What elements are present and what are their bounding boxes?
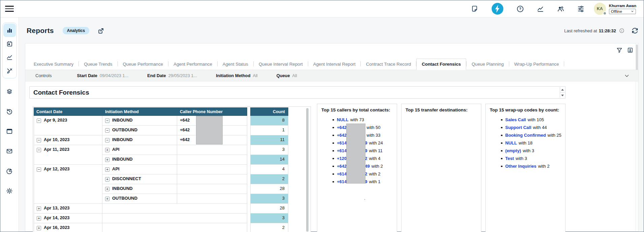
tab-wrap-up-performance[interactable]: Wrap-Up Performance xyxy=(509,59,564,70)
controls-bar: Controls Start Date09/04/2023 1... End D… xyxy=(25,70,638,81)
filter-queue[interactable]: QueueAll xyxy=(277,73,297,78)
avatar[interactable]: KA xyxy=(594,3,606,15)
filter-end-date[interactable]: End Date29/05/2023 1... xyxy=(147,73,197,78)
collapse-toggle[interactable]: − xyxy=(37,148,41,152)
column-header-caller-phone[interactable]: Caller Phone Number xyxy=(177,107,247,116)
caller-link[interactable]: +614 xyxy=(337,140,347,145)
expand-toggle[interactable]: + xyxy=(105,158,109,162)
sidebar-item-metrics[interactable] xyxy=(3,51,16,64)
sidebar-item-layers[interactable] xyxy=(0,81,19,101)
expand-toggle[interactable]: + xyxy=(37,216,41,221)
tab-executive-summary[interactable]: Executive Summary xyxy=(29,59,78,70)
sidebar-item-reports[interactable] xyxy=(3,24,16,37)
hamburger-menu-icon[interactable] xyxy=(5,4,14,13)
settings-sliders-icon[interactable] xyxy=(577,5,585,13)
tab-contract-trace-record[interactable]: Contract Trace Record xyxy=(361,59,416,70)
sidebar-item-customize[interactable] xyxy=(3,64,16,77)
contact-forensics-table: Contact Date Initiation Method Caller Ph… xyxy=(34,107,288,232)
analytics-badge[interactable]: Analytics xyxy=(63,27,89,34)
collapse-toggle[interactable]: − xyxy=(37,138,41,142)
expand-toggle[interactable]: + xyxy=(105,177,109,181)
brush-pencil-icon xyxy=(6,67,13,74)
refresh-icon[interactable] xyxy=(631,27,639,34)
pie-chart-icon xyxy=(6,167,13,175)
metrics-icon[interactable] xyxy=(537,5,545,13)
caller-link[interactable]: +614 xyxy=(337,148,347,153)
count-cell: 28 xyxy=(250,184,288,194)
wrapup-link[interactable]: Sales Call xyxy=(505,117,526,122)
wrapup-link[interactable]: NULL xyxy=(505,140,517,145)
card-tools xyxy=(616,47,634,54)
filter-start-date[interactable]: Start Date09/04/2023 1... xyxy=(77,73,128,78)
top-transfers-title: Top 15 transfer destinations: xyxy=(406,107,477,112)
table-scrollbar[interactable] xyxy=(306,108,309,232)
expand-toggle[interactable]: + xyxy=(105,167,109,172)
external-link-icon[interactable] xyxy=(97,27,104,34)
info-icon[interactable] xyxy=(619,28,624,33)
download-icon[interactable] xyxy=(627,47,634,54)
tab-agent-performance[interactable]: Agent Performance xyxy=(168,59,217,70)
tab-queue-interval-report[interactable]: Queue Interval Report xyxy=(254,59,308,70)
sidebar-item-pie-reports[interactable] xyxy=(0,161,19,181)
caller-link[interactable]: +642 xyxy=(337,164,347,169)
users-icon[interactable] xyxy=(557,5,565,13)
spinner-up-button[interactable] xyxy=(560,87,565,92)
collapse-toggle[interactable]: − xyxy=(37,119,41,123)
expand-toggle[interactable]: + xyxy=(105,187,109,191)
expand-toggle[interactable]: + xyxy=(105,148,109,152)
tab-contact-forensics[interactable]: Contact Forensics xyxy=(416,59,466,70)
collapse-toggle[interactable]: − xyxy=(37,167,41,172)
table-row: −Apr 9, 2023 −INBOUND +642 8 xyxy=(34,116,288,126)
column-header-count[interactable]: Count xyxy=(250,107,288,116)
sidebar-item-history[interactable] xyxy=(0,101,19,121)
help-icon[interactable]: ? xyxy=(516,5,524,13)
avatar-initials: KA xyxy=(597,6,603,11)
panels-row: Contact Date Initiation Method Caller Ph… xyxy=(33,104,638,232)
collapse-toggle[interactable]: − xyxy=(105,128,109,133)
lightning-icon[interactable] xyxy=(491,2,504,15)
tab-queue-trends[interactable]: Queue Trends xyxy=(79,59,117,70)
caller-link[interactable]: +120 xyxy=(337,156,347,161)
caller-link[interactable]: +642 xyxy=(337,133,347,138)
controls-expand-chevron-icon[interactable] xyxy=(624,73,630,78)
status-select-value: Offline xyxy=(611,9,622,13)
notes-icon[interactable] xyxy=(471,5,479,13)
wrapup-link[interactable]: Test xyxy=(505,156,514,161)
tab-queue-performance[interactable]: Queue Performance xyxy=(118,59,168,70)
sidebar-item-mail[interactable] xyxy=(0,141,19,161)
tab-agent-status[interactable]: Agent Status xyxy=(218,59,253,70)
count-cell: 3 xyxy=(250,213,288,223)
collapse-toggle[interactable]: − xyxy=(105,138,109,142)
caller-link[interactable]: NULL xyxy=(337,117,349,122)
expand-toggle[interactable]: + xyxy=(105,197,109,201)
column-header-contact-date[interactable]: Contact Date xyxy=(34,107,102,116)
expand-toggle[interactable]: + xyxy=(37,206,41,211)
user-name: Khurram Awan xyxy=(609,4,636,8)
sidebar-item-window[interactable] xyxy=(0,121,19,141)
status-select[interactable]: Offline xyxy=(609,9,636,14)
sidebar xyxy=(0,18,19,232)
list-item: Other Inquirieswith 2 xyxy=(505,162,561,170)
wrapup-link[interactable]: Support Call xyxy=(505,125,531,130)
controls-label: Controls xyxy=(35,73,52,78)
wrapup-link[interactable]: (empty) xyxy=(505,148,521,153)
sidebar-item-settings[interactable] xyxy=(0,181,19,201)
top-callers-title: Top 15 callers by total contacts: xyxy=(321,107,393,112)
caller-link[interactable]: +614 xyxy=(337,179,347,184)
tab-queue-planning[interactable]: Queue Planning xyxy=(466,59,509,70)
caller-link[interactable]: +642 xyxy=(337,125,347,130)
collapse-toggle[interactable]: − xyxy=(105,119,109,123)
caller-link[interactable]: +614 xyxy=(337,171,347,176)
count-cell: 1 xyxy=(250,126,288,135)
filter-initiation-method[interactable]: Initiation MethodAll xyxy=(216,73,258,78)
column-header-initiation-method[interactable]: Initiation Method xyxy=(102,107,177,116)
wrapup-link[interactable]: Booking Confirmed xyxy=(505,133,546,138)
wrapup-link[interactable]: Other Inquiries xyxy=(505,164,536,169)
sidebar-item-calendar[interactable] xyxy=(3,37,16,51)
section-title: Contact Forensics xyxy=(33,89,89,96)
filter-icon[interactable] xyxy=(616,47,623,54)
tab-agent-interval-report[interactable]: Agent Interval Report xyxy=(308,59,361,70)
spinner-down-button[interactable] xyxy=(560,92,565,98)
expand-toggle[interactable]: + xyxy=(37,226,41,230)
top-wrapup-list: Sales Callwith 105 Support Callwith 44 B… xyxy=(490,116,561,170)
